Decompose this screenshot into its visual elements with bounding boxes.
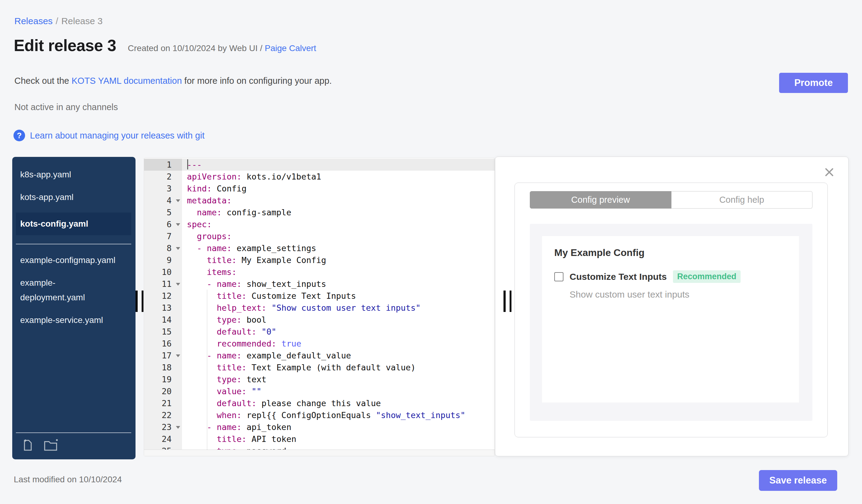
config-item-title: Customize Text Inputs [570, 271, 667, 282]
editor-line-1[interactable]: 1--- [144, 159, 495, 171]
promote-button[interactable]: Promote [779, 73, 848, 93]
created-author-link[interactable]: Paige Calvert [265, 43, 316, 53]
editor-line-7[interactable]: 7 groups: [144, 230, 495, 242]
line-number: 18 [144, 361, 182, 373]
editor-line-15[interactable]: 15 default: "0" [144, 326, 495, 337]
docs-suffix: for more info on configuring your app. [182, 76, 332, 85]
text-cursor [187, 159, 188, 170]
new-file-icon[interactable] [22, 439, 35, 452]
sidebar-file-example-configmap.yaml[interactable]: example-configmap.yaml [16, 253, 131, 268]
editor-line-20[interactable]: 20 value: "" [144, 385, 495, 397]
editor-line-11[interactable]: 11 - name: show_text_inputs [144, 278, 495, 290]
line-number: 19 [144, 373, 182, 385]
code-text: help_text: "Show custom user text inputs… [182, 302, 421, 314]
editor-line-17[interactable]: 17 - name: example_default_value [144, 349, 495, 361]
editor-line-18[interactable]: 18 title: Text Example (with default val… [144, 361, 495, 373]
editor-line-9[interactable]: 9 title: My Example Config [144, 254, 495, 266]
close-icon[interactable] [824, 167, 835, 177]
git-releases-link[interactable]: Learn about managing your releases with … [30, 131, 205, 141]
fold-arrow-icon[interactable] [176, 355, 180, 357]
editor-line-13[interactable]: 13 help_text: "Show custom user text inp… [144, 302, 495, 314]
fold-arrow-icon[interactable] [176, 247, 180, 250]
code-text: title: My Example Config [182, 254, 326, 266]
page-title: Edit release 3 [14, 36, 116, 55]
line-number: 8 [144, 242, 182, 254]
new-folder-icon[interactable] [43, 439, 60, 452]
config-item-checkbox[interactable] [554, 272, 563, 281]
editor-line-22[interactable]: 22 when: repl{{ ConfigOptionEquals "show… [144, 409, 495, 421]
fold-arrow-icon[interactable] [176, 199, 180, 202]
sidebar-file-example-service.yaml[interactable]: example-service.yaml [16, 313, 131, 328]
line-number: 5 [144, 207, 182, 218]
line-number: 11 [144, 278, 182, 290]
tab-config-preview[interactable]: Config preview [530, 191, 671, 209]
line-number: 3 [144, 183, 182, 195]
last-modified-text: Last modified on 10/10/2024 [14, 475, 122, 485]
line-number: 13 [144, 302, 182, 314]
editor-line-10[interactable]: 10 items: [144, 266, 495, 278]
line-number: 24 [144, 433, 182, 445]
created-text: Created on 10/10/2024 by Web UI / [128, 43, 265, 53]
sidebar-file-kots-config.yaml[interactable]: kots-config.yaml [16, 213, 131, 235]
editor-line-8[interactable]: 8 - name: example_settings [144, 242, 495, 254]
resize-handle-right[interactable] [504, 291, 511, 312]
editor-horizontal-scrollbar[interactable] [144, 450, 495, 456]
line-number: 9 [144, 254, 182, 266]
code-text: type: text [182, 373, 266, 385]
file-tree-sidebar: k8s-app.yamlkots-app.yamlkots-config.yam… [12, 157, 135, 459]
code-text: spec: [182, 218, 212, 230]
docs-line: Check out the KOTS YAML documentation fo… [14, 76, 332, 86]
config-item-help-text: Show custom user text inputs [570, 289, 690, 300]
code-text: metadata: [182, 195, 232, 207]
editor-line-21[interactable]: 21 default: please change this value [144, 397, 495, 409]
breadcrumb-releases-link[interactable]: Releases [14, 16, 53, 26]
editor-line-14[interactable]: 14 type: bool [144, 314, 495, 326]
tab-config-help[interactable]: Config help [671, 191, 813, 209]
editor-line-4[interactable]: 4metadata: [144, 195, 495, 207]
line-number: 14 [144, 314, 182, 326]
fold-arrow-icon[interactable] [176, 223, 180, 226]
code-text: - name: api_token [182, 421, 291, 433]
code-text: groups: [182, 230, 232, 242]
sidebar-file-k8s-app.yaml[interactable]: k8s-app.yaml [16, 167, 131, 182]
line-number: 6 [144, 218, 182, 230]
config-preview-card: My Example Config Customize Text Inputs … [542, 236, 799, 402]
editor-line-19[interactable]: 19 type: text [144, 373, 495, 385]
code-text: title: API token [182, 433, 297, 445]
config-preview-area: My Example Config Customize Text Inputs … [530, 224, 812, 421]
editor-line-6[interactable]: 6spec: [144, 218, 495, 230]
breadcrumb-separator: / [56, 16, 58, 26]
editor-line-3[interactable]: 3kind: Config [144, 183, 495, 195]
editor-line-16[interactable]: 16 recommended: true [144, 337, 495, 349]
line-number: 4 [144, 195, 182, 207]
line-number: 7 [144, 230, 182, 242]
config-tabs: Config previewConfig help [530, 191, 812, 209]
git-help-row: ? Learn about managing your releases wit… [13, 130, 205, 141]
resize-handle-left[interactable] [135, 291, 143, 312]
editor-line-2[interactable]: 2apiVersion: kots.io/v1beta1 [144, 171, 495, 183]
line-number: 1 [144, 159, 182, 171]
code-text: name: config-sample [182, 207, 291, 218]
question-mark-icon[interactable]: ? [13, 130, 25, 141]
code-text: apiVersion: kots.io/v1beta1 [182, 171, 321, 183]
code-text: --- [182, 159, 202, 171]
sidebar-file-example-deployment.yaml[interactable]: example-deployment.yaml [16, 276, 131, 305]
editor-line-24[interactable]: 24 title: API token [144, 433, 495, 445]
resize-handle-bar [142, 291, 144, 312]
code-text: items: [182, 266, 237, 278]
editor-line-12[interactable]: 12 title: Customize Text Inputs [144, 290, 495, 302]
fold-arrow-icon[interactable] [176, 283, 180, 286]
sidebar-file-kots-app.yaml[interactable]: kots-app.yaml [16, 190, 131, 204]
save-release-button[interactable]: Save release [759, 470, 837, 491]
line-number: 10 [144, 266, 182, 278]
fold-arrow-icon[interactable] [176, 426, 180, 429]
line-number: 2 [144, 171, 182, 183]
docs-link[interactable]: KOTS YAML documentation [71, 76, 182, 85]
yaml-code-editor[interactable]: 1---2apiVersion: kots.io/v1beta13kind: C… [144, 158, 495, 456]
sidebar-divider [16, 244, 131, 244]
code-text: kind: Config [182, 183, 247, 195]
editor-line-5[interactable]: 5 name: config-sample [144, 207, 495, 218]
config-group-title: My Example Config [554, 247, 644, 258]
file-tree-actions [22, 439, 60, 452]
editor-line-23[interactable]: 23 - name: api_token [144, 421, 495, 433]
